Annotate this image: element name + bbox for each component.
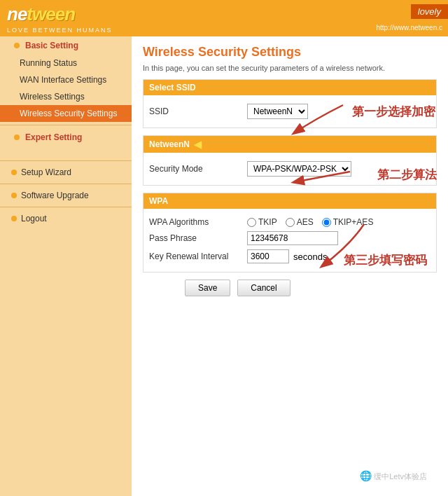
tkip-radio[interactable] [247,218,256,227]
sidebar-section-basic: Basic Setting Running Status WAN Interfa… [0,36,132,122]
ssid-row: SSID NetweenN [149,104,430,119]
tkip-aes-radio[interactable] [322,218,331,227]
logo-area: netween LOVE BETWEEN HUMANS [7,4,113,34]
pass-phrase-row: Pass Phrase [149,231,430,245]
security-mode-row: Security Mode WPA-PSK/WPA2-PSK WPA-PSK W… [149,161,430,177]
sidebar-header-expert[interactable]: Expert Setting [0,128,132,146]
pass-phrase-input[interactable] [247,231,338,245]
netwee-n-body: Security Mode WPA-PSK/WPA2-PSK WPA-PSK W… [144,153,436,185]
sidebar: Basic Setting Running Status WAN Interfa… [0,36,132,496]
cancel-button[interactable]: Cancel [237,280,290,296]
security-mode-control: WPA-PSK/WPA2-PSK WPA-PSK WPA2-PSK None [247,161,430,177]
bullet-icon [14,43,20,48]
sidebar-logout[interactable]: Logout [0,210,132,227]
page-desc: In this page, you can set the security p… [143,64,437,72]
button-row: Save Cancel [143,280,437,296]
logo: netween [7,4,75,25]
select-ssid-section: Select SSID SSID NetweenN [143,79,437,128]
key-renewal-input[interactable] [247,249,289,263]
key-renewal-control: seconds [247,249,430,263]
sidebar-divider-4 [0,207,132,207]
sidebar-header-basic[interactable]: Basic Setting [0,36,132,55]
sidebar-item-wireless-security[interactable]: Wireless Security Settings [0,105,132,122]
header: netween LOVE BETWEEN HUMANS lovely http:… [0,0,448,36]
ssid-label: SSID [149,106,247,116]
bullet-icon-4 [11,193,17,198]
lovely-badge: lovely [411,4,448,19]
pass-phrase-label: Pass Phrase [149,233,247,243]
arrow-icon: ◀ [194,139,202,150]
sidebar-divider [0,125,132,125]
save-button[interactable]: Save [185,280,230,296]
sidebar-item-wireless-settings[interactable]: Wireless Settings [0,88,132,105]
key-renewal-label: Key Renewal Interval [149,252,247,261]
logo-subtitle: LOVE BETWEEN HUMANS [7,27,113,34]
aes-option[interactable]: AES [286,217,314,227]
sidebar-item-wan-interface[interactable]: WAN Interface Settings [0,71,132,88]
algorithms-row: WPA Algorithms TKIP AES [149,217,430,227]
pass-phrase-control [247,231,430,245]
sidebar-software-upgrade[interactable]: Software Upgrade [0,187,132,204]
wpa-body: WPA Algorithms TKIP AES [144,209,436,272]
wpa-section: WPA WPA Algorithms TKIP AES [143,193,437,273]
sidebar-divider-2 [0,160,132,161]
seconds-label: seconds [293,252,327,262]
logo-tween: tween [27,4,75,25]
tkip-option[interactable]: TKIP [247,217,277,227]
algorithms-control: TKIP AES TKIP+AES [247,217,430,227]
aes-radio[interactable] [286,218,295,227]
security-mode-select[interactable]: WPA-PSK/WPA2-PSK WPA-PSK WPA2-PSK None [247,161,351,177]
bullet-icon-5 [11,216,17,221]
algorithms-label: WPA Algorithms [149,217,247,227]
bullet-icon-2 [14,135,20,140]
netwee-n-section: NetweenN ◀ Security Mode WPA-PSK/WPA2-PS… [143,135,437,186]
ssid-control: NetweenN [247,104,430,119]
ssid-select[interactable]: NetweenN [247,104,308,119]
sidebar-divider-3 [0,184,132,184]
page-title: Wireless Security Settings [143,45,437,60]
select-ssid-body: SSID NetweenN [144,95,436,128]
wpa-header: WPA [144,193,436,209]
security-mode-label: Security Mode [149,164,247,174]
spacer [0,146,132,158]
content-area: Wireless Security Settings In this page,… [132,36,448,496]
url-bar: http://www.netween.c [377,24,443,32]
sidebar-item-running-status[interactable]: Running Status [0,55,132,71]
netwee-n-header: NetweenN ◀ [144,136,436,153]
key-renewal-row: Key Renewal Interval seconds [149,249,430,263]
logo-ne: ne [7,4,27,25]
sidebar-setup-wizard[interactable]: Setup Wizard [0,164,132,181]
bullet-icon-3 [11,170,17,175]
tkip-aes-option[interactable]: TKIP+AES [322,217,374,227]
select-ssid-header: Select SSID [144,80,436,95]
